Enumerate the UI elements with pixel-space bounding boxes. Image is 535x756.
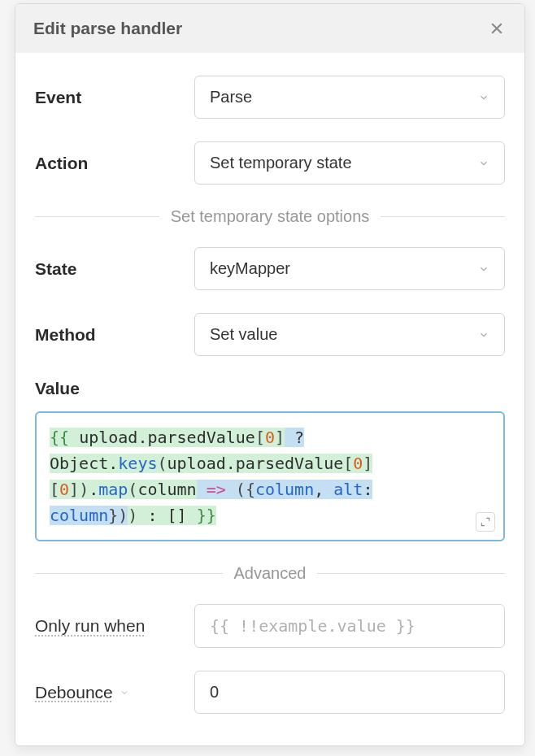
- event-label: Event: [35, 88, 181, 107]
- method-value: Set value: [210, 325, 277, 344]
- expand-icon: [480, 516, 491, 528]
- only-run-input[interactable]: [194, 604, 505, 648]
- value-code-input[interactable]: {{ upload.parsedValue[0] ? Object.keys(u…: [35, 411, 505, 541]
- event-value: Parse: [210, 88, 252, 106]
- action-label: Action: [35, 154, 181, 173]
- chevron-down-icon: [478, 263, 489, 275]
- action-value: Set temporary state: [210, 154, 352, 172]
- debounce-label: Debounce: [35, 683, 181, 702]
- action-row: Action Set temporary state: [35, 141, 505, 185]
- state-value: keyMapper: [210, 259, 290, 278]
- state-row: State keyMapper: [35, 247, 505, 290]
- action-select[interactable]: Set temporary state: [194, 141, 505, 185]
- divider-line: [317, 573, 505, 574]
- edit-handler-modal: Edit parse handler Event Parse Action Se…: [15, 3, 525, 746]
- modal-body: Event Parse Action Set temporary state S…: [15, 53, 524, 745]
- close-icon: [489, 20, 505, 37]
- state-select[interactable]: keyMapper: [194, 247, 505, 290]
- debounce-input[interactable]: [194, 671, 505, 714]
- only-run-row: Only run when: [35, 604, 505, 648]
- state-label: State: [35, 259, 181, 279]
- expand-button[interactable]: [476, 512, 495, 532]
- chevron-down-icon: [478, 92, 489, 103]
- advanced-divider: Advanced: [35, 564, 505, 583]
- divider-line: [35, 573, 223, 574]
- close-button[interactable]: [487, 19, 507, 38]
- event-select[interactable]: Parse: [194, 76, 505, 119]
- chevron-down-icon: [478, 158, 489, 169]
- divider-line: [35, 216, 159, 217]
- divider-label: Advanced: [234, 564, 307, 583]
- modal-header: Edit parse handler: [15, 4, 524, 53]
- state-options-divider: Set temporary state options: [35, 207, 505, 226]
- event-row: Event Parse: [35, 76, 505, 119]
- divider-line: [381, 216, 505, 217]
- method-select[interactable]: Set value: [194, 313, 505, 356]
- divider-label: Set temporary state options: [171, 207, 370, 226]
- only-run-label: Only run when: [35, 616, 181, 636]
- method-row: Method Set value: [35, 313, 505, 356]
- chevron-down-icon: [478, 329, 489, 341]
- method-label: Method: [35, 325, 181, 345]
- value-label: Value: [35, 379, 505, 398]
- debounce-row: Debounce: [35, 671, 505, 714]
- modal-title: Edit parse handler: [33, 19, 182, 38]
- chevron-down-icon[interactable]: [120, 688, 129, 697]
- code-content: {{ upload.parsedValue[0] ? Object.keys(u…: [50, 428, 372, 525]
